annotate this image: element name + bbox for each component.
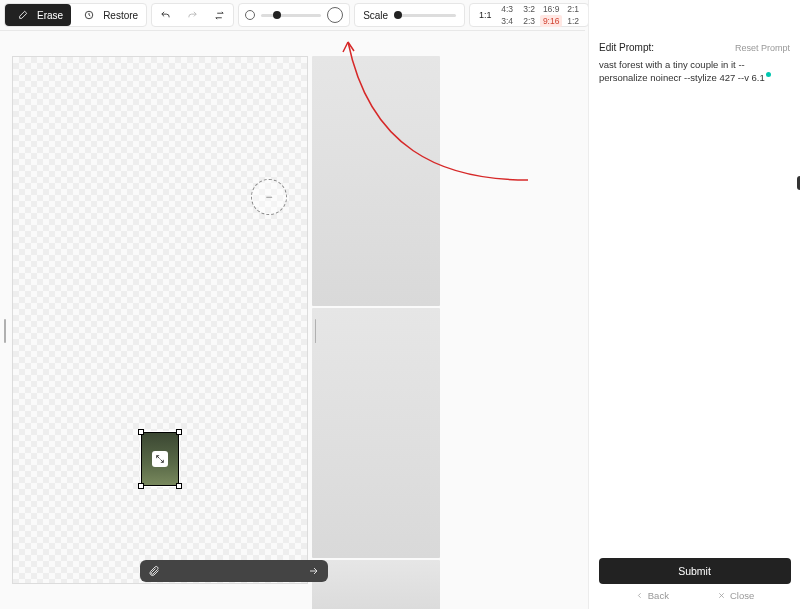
top-toolbar: Erase Restore Scale 1:1 4:3 3:2 [4, 3, 585, 27]
back-label: Back [648, 590, 669, 601]
ratio-3-2[interactable]: 3:2 [518, 3, 540, 15]
resize-handle-br[interactable] [176, 483, 182, 489]
brush-cursor: − [251, 179, 287, 215]
toolbar-divider [0, 30, 585, 31]
close-icon [717, 591, 726, 600]
ratio-3-4[interactable]: 3:4 [496, 15, 518, 27]
expand-icon [155, 454, 165, 464]
restore-icon [79, 5, 99, 25]
scale-slider[interactable] [396, 14, 456, 17]
canvas-handle-right[interactable] [315, 319, 317, 343]
restore-label: Restore [103, 10, 138, 21]
background-thumbnails [312, 56, 440, 609]
prompt-textarea[interactable]: vast forest with a tiny couple in it --p… [589, 59, 800, 85]
move-handle[interactable] [152, 451, 168, 467]
thumbnail [312, 308, 440, 558]
prompt-panel: Edit Prompt: Reset Prompt vast forest wi… [588, 0, 800, 609]
thumbnail [312, 560, 440, 609]
submit-button[interactable]: Submit [599, 558, 791, 584]
minus-icon: − [265, 190, 272, 204]
mode-buttons: Erase Restore [4, 3, 147, 27]
send-icon[interactable] [308, 565, 320, 577]
caret-indicator [766, 72, 771, 77]
reset-prompt-button[interactable]: Reset Prompt [735, 43, 790, 53]
paperclip-icon [148, 565, 160, 577]
edit-prompt-label: Edit Prompt: [599, 42, 654, 53]
thumbnail [312, 56, 440, 306]
brush-slider[interactable] [261, 14, 321, 17]
placed-image-selection[interactable] [140, 431, 180, 487]
ratio-16-9[interactable]: 16:9 [540, 3, 562, 15]
attachment-bar[interactable] [140, 560, 328, 582]
undo-icon [160, 10, 171, 21]
scale-label: Scale [363, 10, 388, 21]
close-label: Close [730, 590, 754, 601]
ratio-4-3[interactable]: 4:3 [496, 3, 518, 15]
scale-group: Scale [354, 3, 465, 27]
chevron-left-icon [635, 591, 644, 600]
brush-size-group [238, 3, 350, 27]
ratio-2-1[interactable]: 2:1 [562, 3, 584, 15]
brush-small-icon [245, 10, 255, 20]
swap-button[interactable] [206, 4, 233, 26]
redo-icon [187, 10, 198, 21]
canvas[interactable]: − [12, 56, 308, 584]
canvas-handle-left[interactable] [4, 319, 6, 343]
submit-label: Submit [678, 565, 711, 577]
ratio-2-3[interactable]: 2:3 [518, 15, 540, 27]
brush-large-icon [327, 7, 343, 23]
resize-handle-tr[interactable] [176, 429, 182, 435]
erase-icon [13, 5, 33, 25]
history-buttons [151, 3, 234, 27]
prompt-text: vast forest with a tiny couple in it --p… [599, 59, 765, 83]
ratio-9-16[interactable]: 9:16 [540, 15, 562, 27]
erase-label: Erase [37, 10, 63, 21]
ratio-1-1[interactable]: 1:1 [474, 10, 496, 20]
swap-icon [214, 10, 225, 21]
aspect-ratio-group: 1:1 4:3 3:2 16:9 2:1 3:4 2:3 9:16 1:2 [469, 3, 589, 27]
redo-button[interactable] [179, 4, 206, 26]
erase-button[interactable]: Erase [5, 4, 71, 26]
undo-button[interactable] [152, 4, 179, 26]
close-button[interactable]: Close [717, 590, 754, 601]
back-button[interactable]: Back [635, 590, 669, 601]
restore-button[interactable]: Restore [71, 4, 146, 26]
resize-handle-bl[interactable] [138, 483, 144, 489]
ratio-1-2[interactable]: 1:2 [562, 15, 584, 27]
resize-handle-tl[interactable] [138, 429, 144, 435]
